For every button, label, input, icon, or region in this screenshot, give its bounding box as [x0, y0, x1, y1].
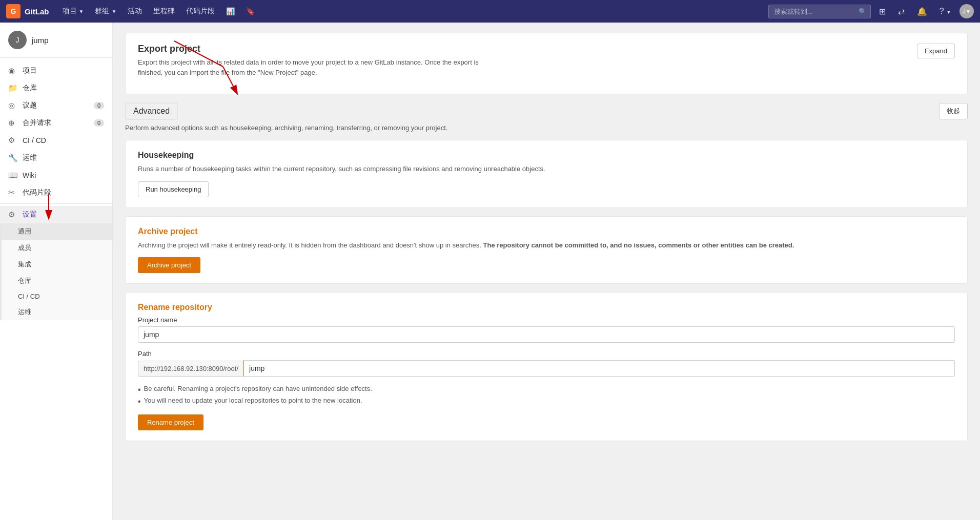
- navbar: G GitLab 项目 ▼ 群组 ▼ 活动 里程碑 代码片段 📊 🔖 🔍: [0, 0, 980, 23]
- sidebar-item-ops-label: 运维: [23, 153, 37, 162]
- archive-desc-normal: Archiving the project will make it entir…: [138, 241, 481, 249]
- notification-icon-btn[interactable]: 🔔: [913, 4, 931, 19]
- nav-project-label: 项目: [63, 7, 77, 16]
- chevron-down-icon: ▼: [111, 9, 116, 14]
- sidebar-item-cicd-label: CI / CD: [23, 136, 46, 144]
- archive-project-button[interactable]: Archive project: [138, 257, 200, 273]
- chevron-down-icon: ▼: [966, 9, 971, 14]
- sidebar-item-cicd[interactable]: ⚙ CI / CD: [0, 132, 112, 149]
- sidebar-item-settings[interactable]: ⚙ 设置: [0, 206, 112, 223]
- sidebar-item-issues[interactable]: ◎ 议题 0: [0, 97, 112, 114]
- brand[interactable]: G GitLab: [6, 4, 49, 18]
- rename-project-button[interactable]: Rename project: [138, 414, 203, 430]
- nav-right: 🔍 ⊞ ⇄ 🔔 ? ▼ J ▼: [768, 4, 974, 19]
- path-group: Path http://192.168.92.130:8090/root/: [138, 350, 955, 377]
- search-input[interactable]: [768, 5, 871, 18]
- settings-sub-general[interactable]: 通用: [2, 223, 112, 240]
- path-input-group: http://192.168.92.130:8090/root/: [138, 360, 955, 377]
- sidebar-username: jump: [32, 36, 49, 45]
- project-name-input[interactable]: [138, 326, 955, 343]
- settings-sub-repository-label: 仓库: [18, 277, 31, 284]
- project-name-group: Project name: [138, 316, 955, 343]
- collapse-button[interactable]: 收起: [939, 103, 968, 119]
- help-icon-btn[interactable]: ? ▼: [935, 4, 955, 19]
- export-project-section: Export project Export this project with …: [125, 33, 968, 94]
- housekeeping-section: Housekeeping Runs a number of housekeepi…: [125, 140, 968, 208]
- housekeeping-description: Runs a number of housekeeping tasks with…: [138, 164, 955, 174]
- sidebar-item-project[interactable]: ◉ 项目: [0, 62, 112, 79]
- advanced-description: Perform advanced options such as houseke…: [125, 124, 968, 132]
- sidebar-item-wiki[interactable]: 📖 Wiki: [0, 167, 112, 184]
- settings-sub-repository[interactable]: 仓库: [2, 273, 112, 289]
- sidebar-item-ops[interactable]: 🔧 运维: [0, 149, 112, 167]
- nav-chart[interactable]: 📊: [221, 4, 240, 18]
- settings-sub-general-label: 通用: [18, 227, 31, 235]
- housekeeping-title: Housekeeping: [138, 151, 955, 160]
- archive-project-section: Archive project Archiving the project wi…: [125, 216, 968, 284]
- path-prefix: http://192.168.92.130:8090/root/: [138, 361, 243, 377]
- settings-sub-cicd-label: CI / CD: [18, 293, 40, 300]
- archive-description: Archiving the project will make it entir…: [138, 240, 955, 251]
- export-content: Export project Export this project with …: [138, 44, 497, 77]
- rename-warnings: Be careful. Renaming a project's reposit…: [138, 384, 955, 407]
- chart-icon: 📊: [226, 7, 235, 15]
- settings-sub-ops-label: 运维: [18, 308, 31, 316]
- settings-sub-integrations[interactable]: 集成: [2, 256, 112, 273]
- avatar[interactable]: J ▼: [959, 4, 974, 18]
- wiki-icon: 📖: [8, 171, 17, 180]
- sidebar-item-repository-label: 仓库: [23, 84, 37, 93]
- nav-snippets-label: 代码片段: [186, 7, 215, 16]
- issues-icon: ◎: [8, 101, 17, 110]
- settings-sub-ops[interactable]: 运维: [2, 304, 112, 320]
- sidebar-divider: [0, 203, 112, 204]
- repository-icon: 📁: [8, 84, 17, 93]
- bookmark-icon: 🔖: [246, 7, 255, 15]
- brand-label: GitLab: [25, 7, 49, 16]
- settings-sub-integrations-label: 集成: [18, 260, 31, 268]
- nav-snippets[interactable]: 代码片段: [181, 4, 220, 19]
- rename-repository-section: Rename repository Project name Path http…: [125, 292, 968, 441]
- warning-text-2: You will need to update your local repos…: [144, 397, 362, 404]
- layout: J jump ◉ 项目 📁 仓库 ◎ 议题 0 ⊕ 合并请求 0: [0, 23, 980, 520]
- merge-icon-btn[interactable]: ⇄: [894, 4, 909, 19]
- nav-bookmark[interactable]: 🔖: [241, 4, 260, 18]
- warning-item-1: Be careful. Renaming a project's reposit…: [138, 384, 955, 396]
- sidebar-item-snippets[interactable]: ✂ 代码片段: [0, 184, 112, 201]
- snippets-icon: ✂: [8, 188, 17, 197]
- nav-group-label: 群组: [95, 7, 109, 16]
- gitlab-logo: G: [6, 4, 21, 18]
- export-header: Export project Export this project with …: [138, 44, 955, 77]
- run-housekeeping-button[interactable]: Run housekeeping: [138, 181, 209, 197]
- nav-activity[interactable]: 活动: [122, 4, 147, 19]
- path-input[interactable]: [243, 360, 955, 377]
- settings-icon: ⚙: [8, 210, 17, 219]
- warning-text-1: Be careful. Renaming a project's reposit…: [144, 385, 372, 392]
- archive-desc-bold: The repository cannot be committed to, a…: [483, 241, 794, 249]
- advanced-title: Advanced: [125, 102, 178, 120]
- settings-sub-cicd[interactable]: CI / CD: [2, 289, 112, 304]
- screen-icon-btn[interactable]: ⊞: [875, 4, 890, 19]
- ops-icon: 🔧: [8, 153, 17, 162]
- settings-sub-members[interactable]: 成员: [2, 240, 112, 256]
- sidebar-item-wiki-label: Wiki: [23, 171, 36, 179]
- sidebar-user: J jump: [0, 23, 112, 58]
- project-name-label: Project name: [138, 316, 955, 324]
- path-label: Path: [138, 350, 955, 358]
- nav-group[interactable]: 群组 ▼: [90, 4, 121, 19]
- sidebar-item-snippets-label: 代码片段: [23, 188, 51, 197]
- sidebar-item-repository[interactable]: 📁 仓库: [0, 79, 112, 97]
- nav-milestone[interactable]: 里程碑: [148, 4, 180, 19]
- nav-milestone-label: 里程碑: [153, 7, 175, 16]
- nav-menu: 项目 ▼ 群组 ▼ 活动 里程碑 代码片段 📊 🔖: [57, 4, 768, 19]
- rename-title: Rename repository: [138, 303, 955, 312]
- issues-badge: 0: [94, 102, 104, 109]
- sidebar-item-mergerequests[interactable]: ⊕ 合并请求 0: [0, 114, 112, 132]
- nav-project[interactable]: 项目 ▼: [57, 4, 89, 19]
- expand-button[interactable]: Expand: [917, 44, 955, 58]
- sidebar-item-mergerequests-label: 合并请求: [23, 118, 51, 128]
- search-wrapper: 🔍: [768, 5, 871, 18]
- sidebar-nav: ◉ 项目 📁 仓库 ◎ 议题 0 ⊕ 合并请求 0 ⚙ CI / CD: [0, 58, 112, 324]
- export-title: Export project: [138, 44, 497, 54]
- chevron-down-icon: ▼: [79, 9, 84, 14]
- export-description: Export this project with all its related…: [138, 57, 497, 77]
